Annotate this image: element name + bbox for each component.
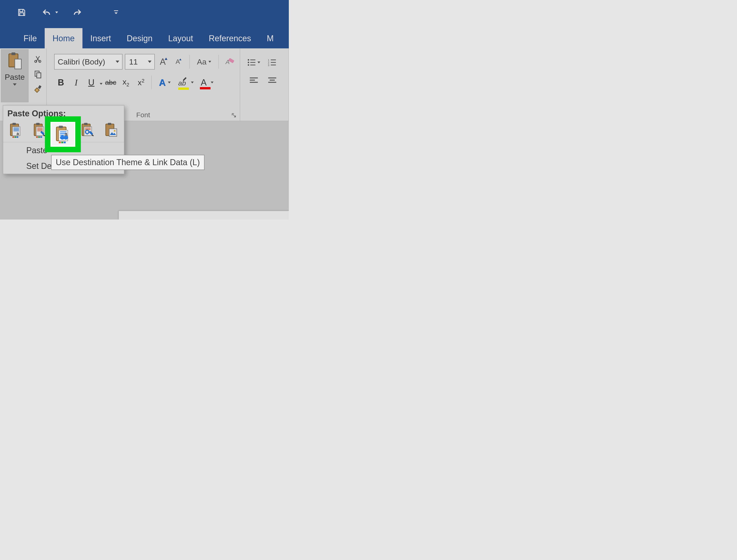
bullets-button[interactable]: [247, 55, 261, 70]
shrink-font-button[interactable]: A: [173, 55, 185, 69]
svg-rect-42: [37, 128, 43, 129]
customize-qat-icon[interactable]: [111, 7, 122, 18]
document-page[interactable]: [119, 211, 289, 220]
strikethrough-button[interactable]: abc: [104, 79, 118, 86]
svg-text:a: a: [17, 131, 19, 136]
text-effects-button[interactable]: A: [155, 76, 175, 89]
font-dialog-launcher-icon[interactable]: [232, 113, 237, 118]
svg-rect-43: [37, 129, 43, 130]
svg-rect-65: [61, 142, 63, 143]
tab-design[interactable]: Design: [119, 28, 160, 48]
font-name-value: Calibri (Body): [58, 57, 105, 66]
caret-up-icon: [179, 59, 182, 61]
svg-rect-25: [250, 82, 258, 83]
svg-rect-23: [250, 77, 258, 78]
align-left-icon: [250, 77, 258, 84]
clear-formatting-button[interactable]: A: [224, 55, 236, 69]
format-painter-button[interactable]: [32, 84, 43, 95]
tab-home[interactable]: Home: [45, 28, 82, 48]
svg-rect-52: [85, 129, 91, 130]
group-paragraph: 1 2 3: [240, 48, 289, 121]
undo-dropdown-icon[interactable]: [55, 12, 58, 13]
eraser-icon: A: [224, 57, 235, 66]
paste-button[interactable]: Paste: [1, 49, 29, 102]
svg-rect-45: [36, 136, 38, 138]
svg-rect-28: [268, 82, 276, 83]
pen-icon: [182, 76, 187, 81]
paste-link-destination-theme-highlighted[interactable]: a: [50, 122, 75, 147]
svg-rect-62: [60, 135, 64, 136]
superscript-button[interactable]: x2: [134, 78, 148, 87]
svg-rect-24: [250, 80, 255, 81]
subscript-button[interactable]: x2: [119, 77, 133, 88]
save-icon[interactable]: [16, 7, 27, 18]
align-center-button[interactable]: [265, 73, 279, 88]
align-left-button[interactable]: [247, 73, 261, 88]
svg-rect-46: [38, 136, 40, 138]
tab-next-partial[interactable]: M: [259, 28, 282, 48]
svg-rect-14: [250, 62, 255, 63]
numbering-icon: 1 2 3: [268, 59, 277, 66]
svg-rect-40: [36, 123, 40, 125]
svg-point-13: [248, 62, 249, 63]
undo-icon[interactable]: [41, 7, 52, 18]
svg-rect-37: [15, 136, 16, 138]
chevron-down-icon: [209, 61, 211, 63]
paste-button-label: Paste: [5, 73, 25, 82]
svg-rect-2: [12, 53, 15, 55]
svg-rect-47: [40, 136, 42, 138]
tab-insert[interactable]: Insert: [82, 28, 119, 48]
separator: [151, 76, 152, 89]
grow-font-button[interactable]: A: [158, 55, 170, 69]
redo-icon[interactable]: [72, 7, 83, 18]
italic-button[interactable]: I: [69, 77, 83, 88]
svg-rect-8: [38, 85, 41, 89]
svg-rect-32: [13, 128, 19, 129]
svg-rect-66: [64, 142, 66, 143]
underline-button[interactable]: U: [85, 78, 98, 88]
font-name-combo[interactable]: Calibri (Body): [54, 54, 123, 70]
paste-link-source-formatting[interactable]: [79, 122, 96, 139]
bold-button[interactable]: B: [54, 78, 68, 88]
svg-point-15: [248, 64, 249, 66]
svg-rect-26: [268, 77, 276, 78]
tab-references[interactable]: References: [201, 28, 259, 48]
svg-rect-20: [271, 62, 276, 63]
svg-rect-38: [17, 136, 18, 138]
paste-icon: [7, 52, 23, 70]
separator: [218, 55, 219, 69]
svg-text:3: 3: [268, 64, 269, 66]
chevron-down-icon: [211, 82, 214, 83]
chevron-down-icon: [168, 82, 171, 83]
quick-access-toolbar: [0, 0, 289, 25]
chevron-down-icon: [116, 61, 119, 63]
chevron-down-icon: [191, 82, 194, 83]
svg-point-4: [35, 60, 37, 62]
font-size-combo[interactable]: 11: [125, 54, 155, 70]
svg-rect-54: [108, 123, 111, 125]
numbering-button[interactable]: 1 2 3: [265, 55, 279, 70]
svg-rect-12: [250, 59, 255, 60]
paste-dropdown-icon[interactable]: [13, 83, 17, 86]
paste-keep-source-formatting[interactable]: a: [7, 122, 24, 139]
scissors-icon: [34, 54, 42, 64]
chevron-down-icon: [148, 61, 152, 63]
tab-layout[interactable]: Layout: [160, 28, 201, 48]
copy-button[interactable]: [32, 69, 43, 80]
ribbon-tabs: File Home Insert Design Layout Reference…: [0, 25, 289, 48]
paste-link-destination-theme-icon: a: [55, 125, 71, 143]
chevron-down-icon: [258, 62, 260, 63]
cut-button[interactable]: [32, 53, 43, 65]
svg-point-5: [39, 60, 41, 62]
svg-rect-22: [271, 65, 276, 65]
tab-file[interactable]: File: [16, 28, 45, 48]
svg-point-11: [248, 59, 249, 61]
svg-rect-49: [84, 123, 88, 125]
svg-point-56: [114, 130, 116, 132]
svg-rect-33: [13, 129, 19, 130]
underline-dropdown-icon[interactable]: [100, 83, 103, 85]
highlight-color-button[interactable]: ab: [176, 76, 196, 89]
paste-picture[interactable]: [103, 122, 120, 139]
font-color-button[interactable]: A: [197, 76, 217, 89]
change-case-button[interactable]: Aa: [194, 55, 214, 69]
